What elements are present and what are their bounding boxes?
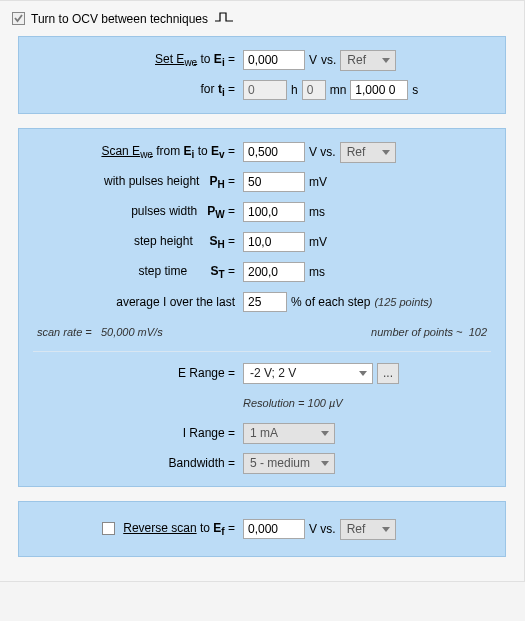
unit-v: V: [309, 53, 317, 67]
reverse-scan-panel: Reverse scan to Ef = V vs. Ref: [18, 501, 506, 557]
st-input[interactable]: [243, 262, 305, 282]
reverse-ref-select[interactable]: Ref: [340, 519, 396, 540]
scan-ref-select[interactable]: Ref: [340, 142, 396, 163]
reverse-checkbox[interactable]: [102, 522, 115, 535]
scan-ewe-label: Scan Ewe from Ei to Ev =: [33, 144, 243, 160]
unit-v-vs2: V vs.: [309, 522, 336, 536]
erange-more-button[interactable]: ...: [377, 363, 399, 384]
unit-ms: ms: [309, 205, 325, 219]
ti-h-input[interactable]: [243, 80, 287, 100]
unit-s: s: [412, 83, 418, 97]
ocv-label: Turn to OCV between techniques: [31, 12, 208, 26]
avg-note: (125 points): [374, 296, 432, 308]
avg-label: average I over the last: [33, 295, 243, 309]
ocv-checkbox[interactable]: [12, 12, 25, 25]
unit-mn: mn: [330, 83, 347, 97]
sh-input[interactable]: [243, 232, 305, 252]
ei-input[interactable]: [243, 50, 305, 70]
erange-label: E Range =: [33, 366, 243, 380]
irange-label: I Range =: [33, 426, 243, 440]
ef-input[interactable]: [243, 519, 305, 539]
ti-mn-input[interactable]: [302, 80, 326, 100]
ev-input[interactable]: [243, 142, 305, 162]
unit-ms2: ms: [309, 265, 325, 279]
reverse-label-col: Reverse scan to Ef =: [33, 521, 243, 537]
set-ewe-label: Set Ewe to Ei =: [33, 52, 243, 68]
pw-input[interactable]: [243, 202, 305, 222]
bw-label: Bandwidth =: [33, 456, 243, 470]
resolution-label: Resolution = 100 µV: [243, 397, 343, 409]
unit-mv: mV: [309, 175, 327, 189]
unit-v-vs: V vs.: [309, 145, 336, 159]
unit-mv2: mV: [309, 235, 327, 249]
ocv-row: Turn to OCV between techniques: [10, 11, 514, 26]
set-ewe-panel: Set Ewe to Ei = V vs. Ref for ti = h mn …: [18, 36, 506, 114]
avg-unit: % of each step: [291, 295, 370, 309]
ph-label: with pulses height PH =: [33, 174, 243, 190]
scan-ewe-panel: Scan Ewe from Ei to Ev = V vs. Ref with …: [18, 128, 506, 487]
unit-h: h: [291, 83, 298, 97]
ti-s-input[interactable]: [350, 80, 408, 100]
avg-input[interactable]: [243, 292, 287, 312]
scan-rate: scan rate = 50,000 mV/s: [37, 326, 163, 338]
bw-select[interactable]: 5 - medium: [243, 453, 335, 474]
num-points: number of points ~ 102: [371, 326, 487, 338]
check-icon: [13, 13, 24, 24]
config-panel: Turn to OCV between techniques Set Ewe t…: [0, 0, 525, 582]
ref-select[interactable]: Ref: [340, 50, 396, 71]
erange-select[interactable]: -2 V; 2 V: [243, 363, 373, 384]
sh-label: step height SH =: [33, 234, 243, 250]
st-label: step time ST =: [33, 264, 243, 280]
separator: [33, 351, 491, 352]
vs-label: vs.: [321, 53, 336, 67]
pw-label: pulses width PW =: [33, 204, 243, 220]
irange-select[interactable]: 1 mA: [243, 423, 335, 444]
ph-input[interactable]: [243, 172, 305, 192]
pulse-icon: [214, 11, 234, 26]
for-ti-label: for ti =: [33, 82, 243, 98]
